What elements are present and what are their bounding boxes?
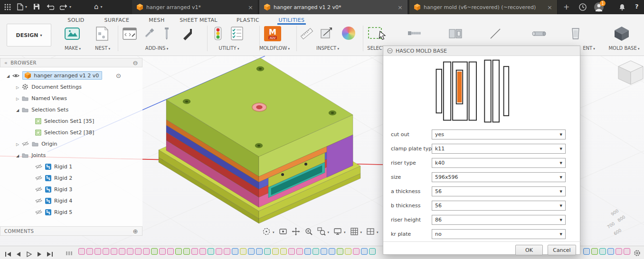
viewports-icon[interactable]: [366, 227, 375, 238]
display-caret-icon[interactable]: ▾: [344, 231, 346, 234]
avatar[interactable]: 1: [594, 2, 604, 12]
timeline-feature-icon[interactable]: [248, 248, 255, 255]
app-grid-icon[interactable]: [4, 3, 11, 11]
zoom-caret-icon[interactable]: ▾: [328, 231, 330, 234]
timeline-feature-icon[interactable]: [264, 248, 271, 255]
pan-icon[interactable]: [292, 227, 300, 238]
bolt-icon[interactable]: [142, 27, 156, 41]
timeline-feature-icon[interactable]: [607, 248, 614, 255]
expander-open-icon[interactable]: [16, 107, 19, 113]
mold-base-cube-icon[interactable]: [614, 26, 630, 42]
group-label-utility[interactable]: UTILITY: [219, 46, 239, 51]
browser-row-rigid4[interactable]: Rigid 4: [0, 195, 142, 206]
timeline-feature-icon[interactable]: [256, 248, 263, 255]
timeline-feature-icon[interactable]: [591, 248, 598, 255]
ribbon-tab-mesh[interactable]: MESH: [149, 17, 164, 23]
screw-component-icon[interactable]: [407, 29, 422, 37]
timeline-feature-icon[interactable]: [337, 248, 343, 255]
notifications-bell-icon[interactable]: [619, 3, 625, 11]
look-at-icon[interactable]: [279, 227, 287, 238]
timeline-skip-start-button[interactable]: [5, 250, 11, 259]
timeline-feature-icon[interactable]: [199, 248, 206, 255]
pin-cylinder-icon[interactable]: [532, 30, 546, 37]
plates-icon[interactable]: [448, 28, 463, 40]
activate-component-radio[interactable]: [116, 72, 121, 79]
timeline-feature-icon[interactable]: [624, 248, 630, 255]
browser-header[interactable]: BROWSER: [0, 58, 142, 67]
visibility-off-icon[interactable]: [22, 141, 29, 147]
expander-closed-icon[interactable]: [16, 141, 19, 147]
riser-type-dropdown[interactable]: k40: [432, 158, 566, 168]
group-label-moldbase[interactable]: MOLD BASE: [608, 46, 639, 51]
grid-snap-icon[interactable]: [350, 227, 359, 238]
group-label-ent[interactable]: ENT: [583, 46, 595, 51]
cut-out-dropdown[interactable]: yes: [432, 130, 566, 139]
timeline-feature-icon[interactable]: [95, 248, 101, 255]
expander-open-icon[interactable]: [7, 73, 9, 79]
new-tab-button[interactable]: [563, 2, 569, 11]
timeline-feature-icon[interactable]: [143, 248, 150, 255]
ribbon-tab-plastic[interactable]: PLASTIC: [237, 17, 259, 23]
kr-plate-dropdown[interactable]: no: [432, 229, 566, 239]
undo-icon[interactable]: [47, 3, 54, 10]
visibility-eye-icon[interactable]: [12, 73, 19, 78]
help-icon[interactable]: ?: [635, 3, 639, 10]
timeline-feature-icon[interactable]: [240, 248, 246, 255]
display-settings-icon[interactable]: [333, 227, 342, 238]
save-icon[interactable]: [33, 3, 40, 10]
timeline-step-back-button[interactable]: [15, 250, 22, 259]
zoom-window-icon[interactable]: [317, 227, 326, 238]
redo-icon[interactable]: [60, 3, 71, 10]
measure-ruler-icon[interactable]: [299, 26, 314, 41]
a-thickness-dropdown[interactable]: 56: [432, 186, 566, 196]
document-tab-active[interactable]: hanger arranged v1 2 v0*: [259, 0, 407, 14]
timeline-feature-icon[interactable]: [127, 248, 133, 255]
browser-minimize-icon[interactable]: [133, 59, 138, 66]
clamp-plate-type-dropdown[interactable]: k11: [432, 144, 566, 154]
timeline-feature-icon[interactable]: [599, 248, 606, 255]
timeline-feature-icon[interactable]: [288, 248, 295, 255]
document-tab[interactable]: hanger mold (v6~recovered) (~recovered): [409, 0, 558, 14]
orbit-caret-icon[interactable]: ▾: [273, 231, 275, 234]
riser-height-dropdown[interactable]: 86: [432, 215, 566, 225]
timeline-feature-icon[interactable]: [369, 248, 376, 255]
sprue-bushing-icon[interactable]: [571, 27, 580, 40]
ribbon-tab-sheet-metal[interactable]: SHEET METAL: [180, 17, 218, 23]
timeline-feature-icon[interactable]: [78, 248, 85, 255]
ok-button[interactable]: OK: [515, 245, 543, 255]
timeline-feature-icon[interactable]: [321, 248, 327, 255]
ribbon-tab-solid[interactable]: SOLID: [67, 17, 84, 23]
timeline-feature-icon[interactable]: [103, 248, 109, 255]
timeline-settings-gear-icon[interactable]: [634, 250, 641, 259]
timeline-feature-icon[interactable]: [119, 248, 125, 255]
timeline-feature-icon[interactable]: [272, 248, 279, 255]
orbit-icon[interactable]: [262, 227, 271, 238]
group-label-moldflow[interactable]: MOLDFLOW: [259, 46, 290, 51]
timeline-feature-icon[interactable]: [280, 248, 287, 255]
browser-row-root[interactable]: hanger arranged v1 2 v0: [0, 70, 142, 81]
viewports-caret-icon[interactable]: ▾: [377, 231, 379, 234]
browser-row-rigid3[interactable]: Rigid 3: [0, 184, 142, 194]
browser-row-document-settings[interactable]: Document Settings: [0, 82, 142, 92]
timeline-feature-icon[interactable]: [159, 248, 166, 255]
checklist-icon[interactable]: [231, 26, 243, 41]
browser-row-named-views[interactable]: Named Views: [0, 93, 142, 103]
scripts-addins-icon[interactable]: [123, 28, 137, 40]
group-label-make[interactable]: MAKE: [65, 46, 81, 51]
visibility-off-icon[interactable]: [35, 209, 42, 215]
b-thickness-dropdown[interactable]: 56: [432, 201, 566, 211]
timeline-feature-icon[interactable]: [296, 248, 303, 255]
timeline-feature-icon[interactable]: [361, 248, 368, 255]
timeline-feature-icon[interactable]: [216, 248, 222, 255]
browser-row-selection-set2[interactable]: Selection Set2 [38]: [0, 127, 142, 138]
timeline-feature-icon[interactable]: [183, 248, 190, 255]
timeline-feature-icon[interactable]: [224, 248, 230, 255]
browser-row-origin[interactable]: Origin: [0, 139, 142, 149]
browser-row-rigid2[interactable]: Rigid 2: [0, 173, 142, 183]
timeline-feature-icon[interactable]: [175, 248, 182, 255]
size-dropdown[interactable]: 596x596: [432, 172, 566, 182]
timeline-feature-icon[interactable]: [616, 248, 622, 255]
browser-row-selection-set1[interactable]: Selection Set1 [35]: [0, 116, 142, 126]
workspace-selector[interactable]: DESIGN: [7, 24, 51, 46]
timeline-feature-icon[interactable]: [345, 248, 351, 255]
